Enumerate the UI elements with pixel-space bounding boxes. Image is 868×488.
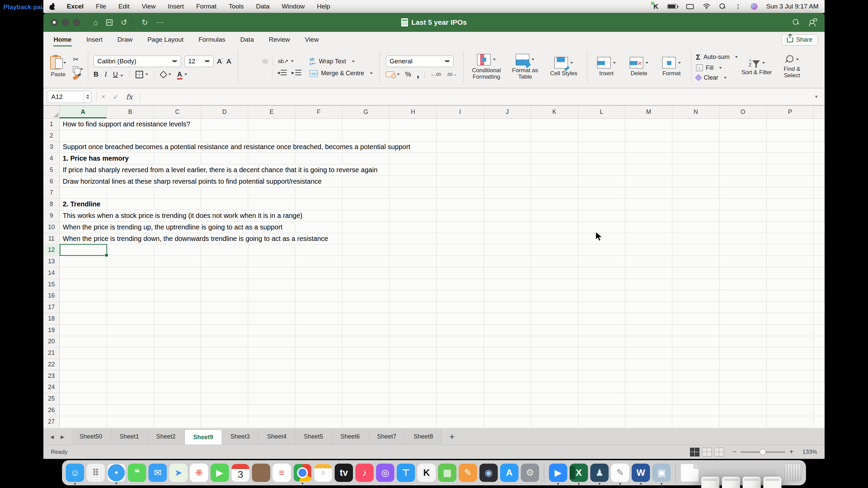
delete-cells-button[interactable]: ✕ Delete xyxy=(625,57,654,77)
row-header-18[interactable]: 18 xyxy=(43,313,60,324)
dock-app-brown-app[interactable] xyxy=(252,464,270,482)
ribbon-tab-page-layout[interactable]: Page Layout xyxy=(147,34,184,45)
row-cells-4[interactable]: 1. Price has memory xyxy=(60,153,825,164)
menu-format[interactable]: Format xyxy=(196,3,216,10)
row-header-10[interactable]: 10 xyxy=(43,222,60,233)
row-header-8[interactable]: 8 xyxy=(43,199,60,210)
dock-app-k-app[interactable]: K xyxy=(417,464,436,482)
dock-app-window-excel-2[interactable] xyxy=(722,476,740,488)
increase-indent-button[interactable]: ▶ xyxy=(292,70,301,76)
row-cells-9[interactable]: This works when a stock price is trendin… xyxy=(60,210,825,221)
undo-chevron-icon[interactable] xyxy=(131,22,133,23)
sheet-tab-sheet2[interactable]: Sheet2 xyxy=(148,429,184,445)
row-cells-18[interactable] xyxy=(60,313,825,324)
apple-menu-icon[interactable] xyxy=(50,3,55,10)
minimize-window-button[interactable] xyxy=(62,19,69,26)
menu-help[interactable]: Help xyxy=(317,3,330,10)
row-header-14[interactable]: 14 xyxy=(43,267,60,279)
menu-bar-clock[interactable]: Sun 3 Jul 9:17 AM xyxy=(766,3,818,10)
zoom-slider[interactable] xyxy=(741,451,785,453)
row-cells-3[interactable]: Support once breached becomes a potentia… xyxy=(60,142,825,153)
dock-app-screenshot-app[interactable]: ▣ xyxy=(652,464,671,482)
zoom-slider-knob[interactable] xyxy=(760,449,766,455)
dock-app-pages[interactable]: ✎ xyxy=(459,464,477,482)
row-cells-12[interactable] xyxy=(60,244,825,256)
dock-app-excel[interactable]: X xyxy=(570,464,588,482)
row-header-20[interactable]: 20 xyxy=(43,336,60,347)
number-format-select[interactable]: General xyxy=(386,56,454,67)
underline-button[interactable]: U xyxy=(113,70,123,78)
row-cells-11[interactable]: When the price is trending down, the dow… xyxy=(60,233,825,244)
sheet-tab-sheet7[interactable]: Sheet7 xyxy=(369,429,405,445)
row-cells-1[interactable]: How to find support and resistance level… xyxy=(60,119,825,130)
align-right-button[interactable] xyxy=(262,71,267,75)
dock-app-system-settings[interactable]: ⚙ xyxy=(521,464,539,482)
undo-icon[interactable]: ↺ xyxy=(121,18,127,27)
dock-app-facetime[interactable]: ▶ xyxy=(211,464,229,482)
more-commands-icon[interactable]: ⋯ xyxy=(156,18,164,27)
orientation-button[interactable]: ab↗ xyxy=(278,58,293,64)
dock-app-photo-booth[interactable]: ◉ xyxy=(479,464,498,482)
column-header-j[interactable]: J xyxy=(484,106,531,118)
ribbon-tab-formulas[interactable]: Formulas xyxy=(198,34,226,45)
format-cells-button[interactable]: Format xyxy=(657,57,686,77)
cancel-entry-icon[interactable]: × xyxy=(101,93,105,101)
row-header-7[interactable]: 7 xyxy=(43,187,60,199)
row-cells-23[interactable] xyxy=(60,370,825,382)
k-app-menu-icon[interactable]: K xyxy=(653,2,658,11)
row-cells-15[interactable] xyxy=(60,279,825,290)
menu-edit[interactable]: Edit xyxy=(118,3,130,10)
zoom-window-button[interactable] xyxy=(73,19,80,26)
formula-input[interactable] xyxy=(140,88,811,105)
align-middle-button[interactable] xyxy=(253,60,258,63)
column-header-a[interactable]: A xyxy=(60,106,107,118)
row-header-4[interactable]: 4 xyxy=(43,153,60,164)
dock-app-maps[interactable]: ➤ xyxy=(169,464,188,482)
row-cells-22[interactable] xyxy=(60,359,825,370)
page-break-view-button[interactable] xyxy=(714,448,724,456)
sheet-tab-sheet9[interactable]: Sheet9 xyxy=(184,429,222,445)
row-header-19[interactable]: 19 xyxy=(43,325,60,336)
row-cells-17[interactable] xyxy=(60,302,825,313)
ribbon-tab-view[interactable]: View xyxy=(304,34,319,45)
sheet-tab-sheet1[interactable]: Sheet1 xyxy=(111,429,148,445)
row-cells-6[interactable]: Draw horizontal lines at these sharp rev… xyxy=(60,176,825,187)
row-cells-19[interactable] xyxy=(60,325,825,336)
decrease-indent-button[interactable]: ◀ xyxy=(277,70,287,76)
name-box-stepper[interactable] xyxy=(84,91,91,103)
decrease-font-size-button[interactable]: Aˇ xyxy=(226,57,233,65)
percent-button[interactable]: % xyxy=(405,70,411,78)
column-header-k[interactable]: K xyxy=(531,106,578,118)
dock-app-chrome[interactable] xyxy=(293,464,312,482)
dock-app-window-excel-3[interactable] xyxy=(743,476,761,488)
dock-app-safari[interactable]: ✦ xyxy=(107,464,125,482)
spotlight-icon[interactable] xyxy=(719,2,726,11)
fill-button[interactable]: ↓ Fill xyxy=(696,64,738,72)
row-cells-27[interactable] xyxy=(60,416,825,427)
active-cell-selection[interactable] xyxy=(60,244,107,256)
ribbon-tab-home[interactable]: Home xyxy=(53,34,72,45)
ribbon-tab-review[interactable]: Review xyxy=(268,34,291,45)
row-cells-14[interactable] xyxy=(60,267,825,279)
sort-filter-button[interactable]: AZ Sort & Filter xyxy=(741,58,773,76)
fill-color-button[interactable] xyxy=(161,72,171,77)
column-header-e[interactable]: E xyxy=(248,106,295,118)
font-color-button[interactable]: A xyxy=(177,70,187,78)
row-header-17[interactable]: 17 xyxy=(43,302,60,313)
dock-app-reminders[interactable]: ≡ xyxy=(273,464,291,482)
increase-font-size-button[interactable]: Aˆ xyxy=(217,57,223,65)
row-cells-25[interactable] xyxy=(60,393,825,404)
row-header-22[interactable]: 22 xyxy=(43,359,60,370)
save-icon[interactable] xyxy=(106,19,113,26)
wrap-text-button[interactable]: abc↩ Wrap Text xyxy=(310,57,373,66)
insert-cells-button[interactable]: Insert xyxy=(592,57,621,77)
align-left-button[interactable] xyxy=(243,71,248,75)
align-top-button[interactable] xyxy=(243,60,248,63)
align-center-button[interactable] xyxy=(253,71,258,75)
row-cells-2[interactable] xyxy=(60,130,825,141)
bold-button[interactable]: B xyxy=(94,70,98,78)
battery-icon[interactable] xyxy=(667,2,677,11)
sheet-tab-sheet6[interactable]: Sheet6 xyxy=(332,429,369,445)
wifi-icon[interactable] xyxy=(703,2,711,11)
home-icon[interactable]: ⌂ xyxy=(93,18,98,27)
